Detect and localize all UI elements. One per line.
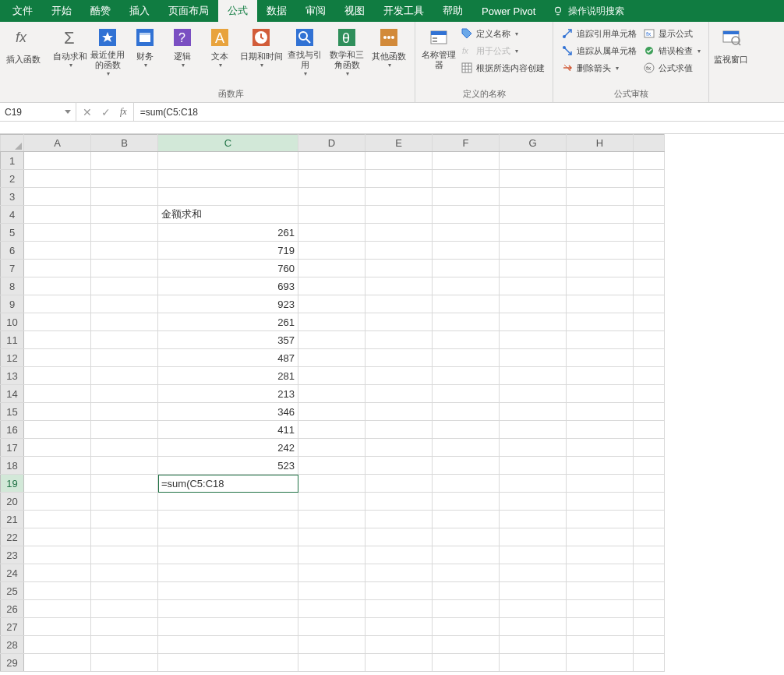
spreadsheet-grid[interactable]: ABCDEFGH 1234金额求和52616719776086939923102… [0,134,784,672]
cell-C26[interactable] [158,600,298,618]
cell-H27[interactable] [567,618,634,636]
col-header-A[interactable]: A [24,135,91,152]
cell-F19[interactable] [433,475,500,493]
cell-E25[interactable] [366,582,433,600]
cell-D6[interactable] [298,242,366,260]
cell-A18[interactable] [24,457,91,475]
cell-C22[interactable] [158,528,298,546]
menu-devtools[interactable]: 开发工具 [374,0,433,22]
cell-G20[interactable] [500,493,567,511]
cell-E10[interactable] [366,313,433,331]
remove-arrows-button[interactable]: 删除箭头▾ [558,59,640,76]
cell-E22[interactable] [366,528,433,546]
cell-B29[interactable] [91,654,158,672]
menu-kz[interactable]: 酷赞 [81,0,120,22]
cell-F14[interactable] [433,385,500,403]
cell-A8[interactable] [24,277,91,295]
cell-x10[interactable] [634,313,665,331]
cell-C21[interactable] [158,511,298,528]
row-header-19[interactable]: 19 [1,475,24,493]
cell-A22[interactable] [24,528,91,546]
logical-button[interactable]: ? 逻辑▾ [164,23,201,70]
cell-E14[interactable] [366,385,433,403]
cell-A5[interactable] [24,224,91,242]
watch-window-button[interactable]: 监视窗口 [714,23,748,70]
cell-B20[interactable] [91,493,158,511]
cell-A1[interactable] [24,152,91,170]
cell-x4[interactable] [634,206,665,224]
cell-B19[interactable] [91,475,158,493]
cell-A25[interactable] [24,582,91,600]
name-manager-button[interactable]: 名称管理器 [420,23,457,70]
cell-C11[interactable]: 357 [158,331,298,349]
cell-D9[interactable] [298,295,366,313]
cell-E5[interactable] [366,224,433,242]
cell-A4[interactable] [24,206,91,224]
cell-B9[interactable] [91,295,158,313]
cell-B25[interactable] [91,582,158,600]
cell-B27[interactable] [91,618,158,636]
cell-x7[interactable] [634,260,665,277]
cell-A21[interactable] [24,511,91,528]
row-header-21[interactable]: 21 [1,511,24,528]
cell-A24[interactable] [24,564,91,582]
cell-G13[interactable] [500,367,567,385]
cell-B12[interactable] [91,349,158,367]
cell-B28[interactable] [91,636,158,654]
cell-G7[interactable] [500,260,567,277]
cell-F24[interactable] [433,564,500,582]
cell-x14[interactable] [634,385,665,403]
cell-x15[interactable] [634,403,665,421]
row-header-5[interactable]: 5 [1,224,24,242]
cell-D18[interactable] [298,457,366,475]
cell-x22[interactable] [634,528,665,546]
evaluate-formula-button[interactable]: fx 公式求值 [640,59,704,76]
menu-help[interactable]: 帮助 [433,0,472,22]
cell-B3[interactable] [91,188,158,206]
cell-x20[interactable] [634,493,665,511]
trace-precedents-button[interactable]: 追踪引用单元格 [558,25,640,42]
cell-A28[interactable] [24,636,91,654]
col-header-G[interactable]: G [500,135,567,152]
cell-F13[interactable] [433,367,500,385]
cell-F4[interactable] [433,206,500,224]
cell-D29[interactable] [298,654,366,672]
cell-F21[interactable] [433,511,500,528]
col-header-E[interactable]: E [366,135,433,152]
cell-G10[interactable] [500,313,567,331]
cell-C1[interactable] [158,152,298,170]
cell-H8[interactable] [567,277,634,295]
cell-C16[interactable]: 411 [158,421,298,439]
cell-G5[interactable] [500,224,567,242]
cell-A27[interactable] [24,618,91,636]
menu-home[interactable]: 开始 [42,0,81,22]
cell-D15[interactable] [298,403,366,421]
cell-H12[interactable] [567,349,634,367]
row-header-7[interactable]: 7 [1,260,24,277]
create-from-selection-button[interactable]: 根据所选内容创建 [457,59,548,76]
cell-C23[interactable] [158,546,298,564]
cell-B24[interactable] [91,564,158,582]
cell-B2[interactable] [91,170,158,188]
cell-F6[interactable] [433,242,500,260]
cell-F1[interactable] [433,152,500,170]
cell-D7[interactable] [298,260,366,277]
cell-G27[interactable] [500,618,567,636]
cell-G2[interactable] [500,170,567,188]
cell-H24[interactable] [567,564,634,582]
cell-C5[interactable]: 261 [158,224,298,242]
col-header-D[interactable]: D [298,135,366,152]
cell-F7[interactable] [433,260,500,277]
cell-H26[interactable] [567,600,634,618]
cell-F22[interactable] [433,528,500,546]
cell-E21[interactable] [366,511,433,528]
cell-B16[interactable] [91,421,158,439]
enter-button[interactable]: ✓ [101,106,111,118]
cell-B7[interactable] [91,260,158,277]
cell-D28[interactable] [298,636,366,654]
cell-G25[interactable] [500,582,567,600]
cell-G24[interactable] [500,564,567,582]
cell-H17[interactable] [567,439,634,457]
cell-B18[interactable] [91,457,158,475]
col-header-C[interactable]: C [158,135,298,152]
